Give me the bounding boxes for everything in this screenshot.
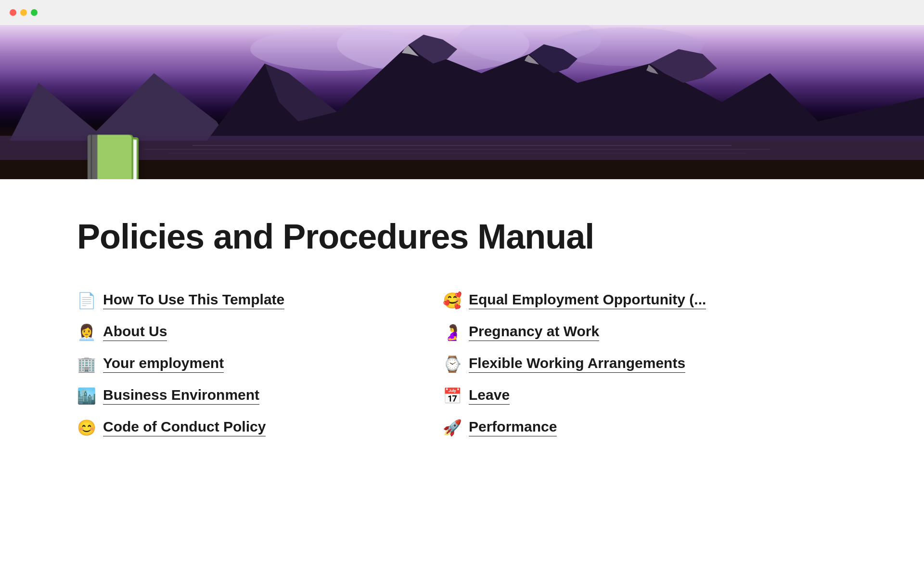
link-label: How To Use This Template <box>103 291 284 309</box>
close-button[interactable] <box>10 9 16 16</box>
link-item[interactable]: ⌚Flexible Working Arrangements <box>443 348 751 380</box>
links-column-left: 📄How To Use This Template👩‍💼About Us🏢You… <box>77 285 414 444</box>
minimize-button[interactable] <box>20 9 27 16</box>
page-title: Policies and Procedures Manual <box>77 218 847 256</box>
link-icon: 📄 <box>77 293 96 308</box>
link-label: Equal Employment Opportunity (... <box>469 291 706 309</box>
link-item[interactable]: 🏙️Business Environment <box>77 380 385 412</box>
link-icon: 🏢 <box>77 356 96 372</box>
book-emoji: 📗 <box>77 136 149 179</box>
link-label: Pregnancy at Work <box>469 323 599 341</box>
links-grid: 📄How To Use This Template👩‍💼About Us🏢You… <box>77 285 751 444</box>
links-column-right: 🥰Equal Employment Opportunity (...🤰Pregn… <box>414 285 751 444</box>
link-label: Leave <box>469 387 510 405</box>
link-label: Code of Conduct Policy <box>103 419 266 436</box>
hero-banner: 📗 <box>0 25 924 179</box>
link-icon: 😊 <box>77 420 96 435</box>
link-label: Business Environment <box>103 387 259 405</box>
link-label: About Us <box>103 323 167 341</box>
link-icon: 🏙️ <box>77 388 96 404</box>
link-item[interactable]: 🥰Equal Employment Opportunity (... <box>443 285 751 316</box>
title-bar <box>0 0 924 25</box>
link-icon: 🚀 <box>443 420 462 435</box>
link-icon: 👩‍💼 <box>77 325 96 340</box>
link-label: Your employment <box>103 355 224 373</box>
link-item[interactable]: 🚀Performance <box>443 412 751 444</box>
link-icon: 🤰 <box>443 325 462 340</box>
link-icon: 🥰 <box>443 293 462 308</box>
link-icon: ⌚ <box>443 356 462 372</box>
link-item[interactable]: 👩‍💼About Us <box>77 316 385 348</box>
link-item[interactable]: 📅Leave <box>443 380 751 412</box>
maximize-button[interactable] <box>31 9 38 16</box>
link-item[interactable]: 🤰Pregnancy at Work <box>443 316 751 348</box>
link-item[interactable]: 📄How To Use This Template <box>77 285 385 316</box>
main-content: Policies and Procedures Manual 📄How To U… <box>0 179 924 473</box>
link-label: Performance <box>469 419 557 436</box>
link-label: Flexible Working Arrangements <box>469 355 685 373</box>
link-icon: 📅 <box>443 388 462 404</box>
link-item[interactable]: 🏢Your employment <box>77 348 385 380</box>
link-item[interactable]: 😊Code of Conduct Policy <box>77 412 385 444</box>
